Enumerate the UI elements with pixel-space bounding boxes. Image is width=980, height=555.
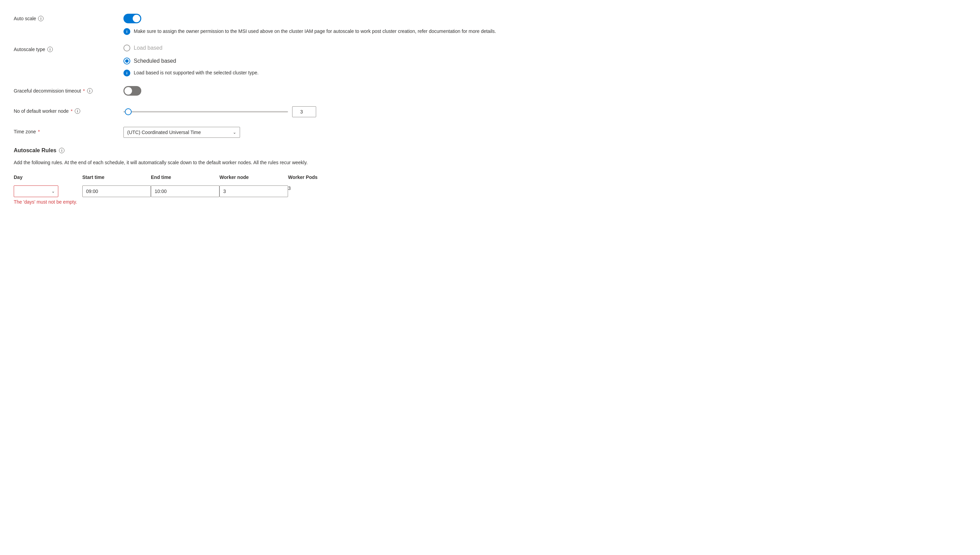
autoscale-control: i Make sure to assign the owner permissi… <box>124 14 966 35</box>
worker-node-input[interactable] <box>292 106 316 117</box>
autoscale-type-warning-icon: i <box>124 70 130 77</box>
day-select[interactable]: Monday Tuesday Wednesday Thursday Friday… <box>14 186 58 197</box>
autoscale-rules-table: Day Start time End time Worker node Work… <box>14 175 340 207</box>
autoscale-type-label-text: Autoscale type <box>14 47 45 52</box>
autoscale-row: Auto scale i i Make sure to assign the o… <box>14 14 966 35</box>
end-time-cell <box>151 183 220 207</box>
autoscale-label: Auto scale i <box>14 14 124 21</box>
autoscale-type-label: Autoscale type i <box>14 45 124 52</box>
graceful-decommission-toggle[interactable] <box>124 86 141 96</box>
col-header-worker-pods: Worker Pods <box>288 175 340 183</box>
graceful-decommission-control <box>124 86 966 97</box>
radio-load-based-outer <box>124 45 130 51</box>
autoscale-toggle-track <box>124 14 141 23</box>
start-time-cell <box>82 183 151 207</box>
worker-node-table-input[interactable] <box>220 186 288 197</box>
time-zone-chevron-icon: ⌄ <box>233 130 236 135</box>
radio-scheduled-based-label: Scheduled based <box>134 58 176 64</box>
autoscale-info-icon[interactable]: i <box>38 16 43 21</box>
end-time-input[interactable] <box>151 186 220 197</box>
default-worker-node-label: No of default worker node * i <box>14 106 124 114</box>
autoscale-rules-table-body: Monday Tuesday Wednesday Thursday Friday… <box>14 183 340 207</box>
radio-load-based-label: Load based <box>134 45 162 51</box>
autoscale-rules-heading: Autoscale Rules i <box>14 148 966 154</box>
time-zone-control: (UTC) Coordinated Universal Time ⌄ <box>124 127 966 138</box>
autoscale-type-warning-text: Load based is not supported with the sel… <box>134 69 258 77</box>
radio-scheduled-based[interactable]: Scheduled based <box>124 58 966 64</box>
col-header-worker-node: Worker node <box>220 175 288 183</box>
col-header-day: Day <box>14 175 82 183</box>
graceful-decommission-info-icon[interactable]: i <box>87 88 93 94</box>
autoscale-info-circle-icon: i <box>124 28 130 35</box>
autoscale-rules-table-header: Day Start time End time Worker node Work… <box>14 175 340 183</box>
autoscale-info-box: i Make sure to assign the owner permissi… <box>124 28 966 35</box>
radio-scheduled-based-outer <box>124 58 130 64</box>
default-worker-node-control <box>124 106 966 117</box>
table-row: Monday Tuesday Wednesday Thursday Friday… <box>14 183 340 207</box>
worker-node-slider-container <box>124 106 966 117</box>
graceful-decommission-toggle-track <box>124 86 141 96</box>
worker-pods-cell: 3 <box>288 183 340 207</box>
autoscale-info-text: Make sure to assign the owner permission… <box>134 28 496 35</box>
worker-pods-value: 3 <box>288 183 291 191</box>
col-header-end-time: End time <box>151 175 220 183</box>
radio-scheduled-based-inner <box>125 59 128 63</box>
autoscale-type-info-icon[interactable]: i <box>47 47 53 52</box>
default-worker-node-info-icon[interactable]: i <box>75 108 80 114</box>
time-zone-label-text: Time zone <box>14 129 36 135</box>
default-worker-node-row: No of default worker node * i <box>14 106 966 117</box>
time-zone-dropdown[interactable]: (UTC) Coordinated Universal Time ⌄ <box>124 127 240 138</box>
autoscale-toggle-thumb <box>133 15 140 22</box>
time-zone-row: Time zone * (UTC) Coordinated Universal … <box>14 127 966 138</box>
worker-node-slider-thumb[interactable] <box>125 108 132 115</box>
autoscale-rules-section: Autoscale Rules i Add the following rule… <box>14 148 966 207</box>
autoscale-rules-heading-text: Autoscale Rules <box>14 148 56 154</box>
start-time-input[interactable] <box>82 186 151 197</box>
time-zone-value: (UTC) Coordinated Universal Time <box>127 130 201 135</box>
time-zone-label: Time zone * <box>14 127 124 135</box>
autoscale-type-row: Autoscale type i Load based Scheduled ba… <box>14 45 966 77</box>
graceful-decommission-toggle-thumb <box>125 87 132 95</box>
col-header-start-time: Start time <box>82 175 151 183</box>
autoscale-type-radio-group: Load based Scheduled based <box>124 45 966 64</box>
graceful-decommission-label: Graceful decommission timeout * i <box>14 86 124 94</box>
radio-load-based[interactable]: Load based <box>124 45 966 51</box>
autoscale-label-text: Auto scale <box>14 16 36 21</box>
day-select-wrapper: Monday Tuesday Wednesday Thursday Friday… <box>14 186 58 197</box>
autoscale-toggle[interactable] <box>124 14 141 23</box>
graceful-decommission-label-text: Graceful decommission timeout <box>14 88 81 94</box>
worker-node-slider-track[interactable] <box>124 111 288 112</box>
day-error-text: The 'days' must not be empty. <box>14 199 82 205</box>
autoscale-rules-description: Add the following rules. At the end of e… <box>14 159 340 166</box>
autoscale-rules-info-icon[interactable]: i <box>59 148 64 153</box>
graceful-decommission-row: Graceful decommission timeout * i <box>14 86 966 97</box>
autoscale-type-warning: i Load based is not supported with the s… <box>124 69 966 77</box>
day-cell: Monday Tuesday Wednesday Thursday Friday… <box>14 183 82 207</box>
default-worker-node-label-text: No of default worker node <box>14 108 69 114</box>
autoscale-type-control: Load based Scheduled based i Load based … <box>124 45 966 77</box>
worker-node-cell <box>220 183 288 207</box>
